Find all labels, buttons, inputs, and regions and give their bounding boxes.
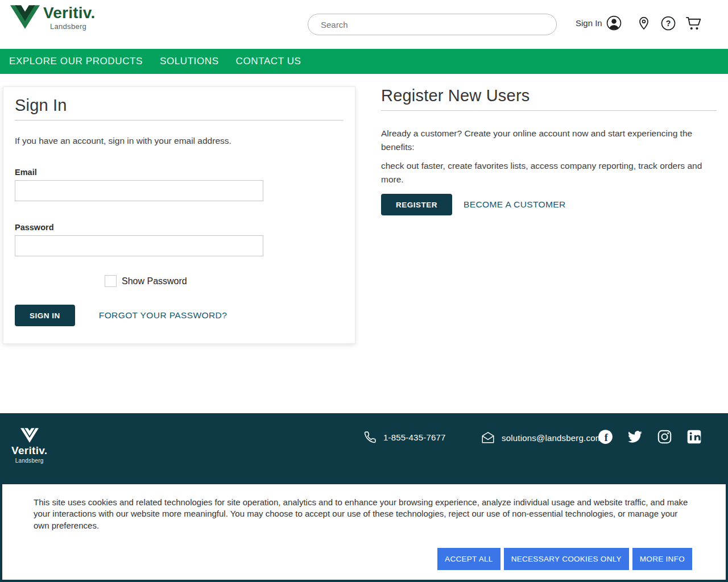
footer-brand-subname: Landsberg xyxy=(15,458,44,464)
sign-in-button[interactable]: SIGN IN xyxy=(15,305,75,326)
nav-item-explore-our-products[interactable]: EXPLORE OUR PRODUCTS xyxy=(9,56,143,67)
header-sign-in-label: Sign In xyxy=(576,18,602,28)
forgot-password-link[interactable]: FORGOT YOUR PASSWORD? xyxy=(99,310,227,321)
register-section: Register New Users Already a customer? C… xyxy=(381,86,717,215)
sign-in-card: Sign In If you have an account, sign in … xyxy=(3,86,355,344)
register-button[interactable]: REGISTER xyxy=(381,194,452,215)
sign-in-divider xyxy=(15,120,344,120)
register-title: Register New Users xyxy=(381,86,717,105)
envelope-icon xyxy=(481,430,495,445)
footer-phone[interactable]: 1-855-435-7677 xyxy=(363,430,446,444)
facebook-icon[interactable]: f xyxy=(598,429,613,444)
footer-veritiv-logo[interactable]: Veritiv. Landsberg xyxy=(11,428,47,464)
footer: Veritiv. Landsberg 1-855-435-7677 soluti… xyxy=(0,413,728,582)
become-a-customer-link[interactable]: BECOME A CUSTOMER xyxy=(464,199,566,210)
search-input[interactable] xyxy=(308,14,557,35)
instagram-icon[interactable] xyxy=(657,429,672,444)
cookie-banner: This site uses cookies and related techn… xyxy=(2,484,726,580)
header: Veritiv. Landsberg Sign In ? xyxy=(0,0,728,49)
header-sign-in-link[interactable]: Sign In xyxy=(576,15,622,31)
main-content: Sign In If you have an account, sign in … xyxy=(0,74,728,413)
show-password-label: Show Password xyxy=(122,276,187,286)
main-nav: EXPLORE OUR PRODUCTS SOLUTIONS CONTACT U… xyxy=(0,49,728,74)
veritiv-logo-icon xyxy=(10,5,40,30)
accept-all-button[interactable]: ACCEPT ALL xyxy=(437,548,500,570)
footer-veritiv-logo-icon xyxy=(20,428,39,443)
nav-item-solutions[interactable]: SOLUTIONS xyxy=(160,56,219,67)
cookie-message: This site uses cookies and related techn… xyxy=(34,497,693,531)
phone-icon xyxy=(363,430,377,444)
location-pin-icon[interactable] xyxy=(636,16,651,31)
password-field[interactable] xyxy=(15,235,263,256)
social-links: f xyxy=(598,429,702,444)
footer-email-address: solutions@landsberg.com xyxy=(502,433,602,443)
email-label: Email xyxy=(15,168,344,177)
help-icon[interactable]: ? xyxy=(661,16,676,31)
twitter-icon[interactable] xyxy=(627,429,643,444)
svg-text:?: ? xyxy=(666,19,671,28)
svg-text:f: f xyxy=(605,432,609,443)
brand-name: Veritiv. xyxy=(43,5,95,22)
nav-item-contact-us[interactable]: CONTACT US xyxy=(236,56,301,67)
email-field[interactable] xyxy=(15,180,263,201)
brand-subname: Landsberg xyxy=(50,22,95,31)
footer-email[interactable]: solutions@landsberg.com xyxy=(481,430,602,445)
footer-phone-number: 1-855-435-7677 xyxy=(383,433,446,442)
account-icon xyxy=(606,15,622,31)
password-label: Password xyxy=(15,223,344,232)
show-password-checkbox[interactable] xyxy=(105,275,117,287)
linkedin-icon[interactable] xyxy=(686,429,702,444)
veritiv-logo[interactable]: Veritiv. Landsberg xyxy=(10,5,95,31)
necessary-cookies-only-button[interactable]: NECESSARY COOKIES ONLY xyxy=(504,548,629,570)
footer-brand-name: Veritiv. xyxy=(11,444,47,457)
sign-in-title: Sign In xyxy=(15,96,344,115)
sign-in-intro: If you have an account, sign in with you… xyxy=(15,136,344,146)
more-info-button[interactable]: MORE INFO xyxy=(632,548,692,570)
register-divider xyxy=(381,110,717,111)
register-benefits: check out faster, create favorites lists… xyxy=(381,159,717,186)
cart-icon[interactable] xyxy=(685,15,702,31)
register-intro: Already a customer? Create your online a… xyxy=(381,127,717,153)
